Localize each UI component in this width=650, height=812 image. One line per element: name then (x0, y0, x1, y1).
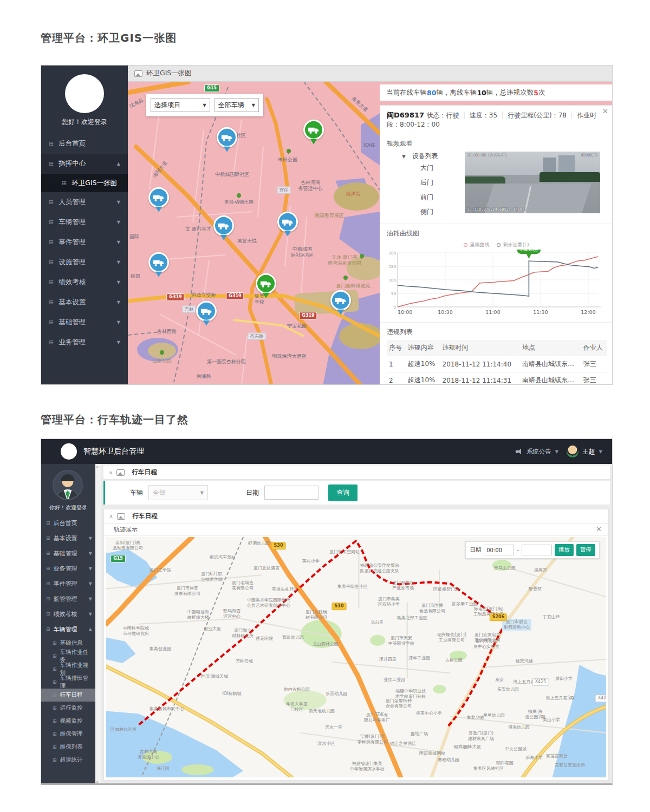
sidebar-item-后台首页[interactable]: ⊞后台首页 (41, 515, 95, 531)
sidebar-item-基本设置[interactable]: ⊞基本设置▼ (41, 292, 128, 312)
sidebar-item-绩效考核[interactable]: ⊞绩效考核▼ (41, 606, 95, 621)
map-label: 厦门北站酒店 (253, 566, 280, 571)
sidebar-item-行车日程[interactable]: ⊞行车日程 (41, 689, 95, 702)
search-button[interactable]: 查询 (328, 484, 358, 501)
vehicle-marker-green[interactable] (303, 120, 324, 146)
vehicle-select[interactable]: 全部 ▼ (148, 485, 208, 500)
vehicle-select[interactable]: 全部车辆 ▼ (214, 98, 259, 112)
sidebar-item-车辆管理[interactable]: ⊞车辆管理▼ (41, 212, 128, 232)
play-button[interactable]: 播放 (555, 544, 574, 556)
sidebar-item-label: 事件管理 (54, 580, 77, 588)
sidebar-item-后台首页[interactable]: ⊞后台首页 (41, 134, 128, 154)
vehicle-marker-blue[interactable] (213, 215, 234, 241)
vehicle-marker-green[interactable] (256, 273, 276, 299)
map-label: 国贸商城网校 (419, 751, 445, 756)
panel-title: 行车日程 (133, 512, 158, 520)
legend-item: 里程曲线 (464, 241, 489, 248)
device-list-header[interactable]: ▼ 设备列表 (387, 152, 463, 161)
sidebar-item-设施管理[interactable]: ⊞设施管理▼ (41, 252, 128, 272)
sidebar-item-基础管理[interactable]: ⊞基础管理▼ (41, 312, 128, 332)
trace-map[interactable]: 日期 - 播放 暂停 金阳(厦门)酱 品制造有限公司振远汽车驾校虾酒幼儿园厦门工… (106, 537, 606, 777)
close-icon[interactable]: ✕ (596, 525, 602, 533)
collapse-icon[interactable]: ∧ (109, 514, 113, 519)
svg-text:11:00: 11:00 (485, 309, 500, 315)
collapse-icon[interactable]: ∧ (109, 470, 113, 475)
sidebar-item-事件管理[interactable]: ⊞事件管理▼ (41, 232, 128, 252)
map-label: 集美创业园 (150, 646, 171, 652)
vehicle-marker-blue[interactable] (148, 187, 169, 213)
vehicle-marker-blue[interactable] (196, 301, 217, 327)
trip-panel: ∧ 行车日程 轨迹展示 ✕ (103, 509, 609, 781)
sidebar-item-运行监控[interactable]: ⊞运行监控 (41, 702, 95, 715)
vehicle-marker-blue[interactable] (148, 252, 169, 278)
start-time-input[interactable] (484, 545, 514, 555)
menu-icon: ⊞ (46, 551, 50, 556)
sidebar-item-超速统计[interactable]: ⊞超速统计 (41, 754, 95, 767)
sidebar-item-基础管理[interactable]: ⊞基础管理▼ (41, 546, 95, 561)
device-item-侧门[interactable]: 侧门 (387, 205, 463, 219)
vehicle-marker-blue[interactable] (277, 212, 298, 238)
device-item-后门[interactable]: 后门 (387, 175, 463, 190)
vehicle-plate: 闽D69817 (387, 111, 427, 119)
sidebar-item-车辆作业任务[interactable]: ⊞车辆作业任务 (41, 650, 95, 663)
video-osd-channel: B09008D (581, 153, 597, 158)
sidebar-item-基本设置[interactable]: ⊞基本设置▼ (41, 531, 95, 546)
sidebar-item-指挥中心[interactable]: ⊞指挥中心▲ (41, 154, 128, 174)
sidebar-item-事件管理[interactable]: ⊞事件管理▼ (41, 576, 95, 591)
user-name[interactable]: 王超 (582, 447, 595, 456)
svg-text:150: 150 (389, 265, 396, 269)
sidebar-item-绩效考核[interactable]: ⊞绩效考核▼ (41, 272, 128, 292)
sidebar-item-人员管理[interactable]: ⊞人员管理▼ (41, 192, 128, 212)
gis-menu: ⊞后台首页⊞指挥中心▲⊞环卫GIS一张图⊞人员管理▼⊞车辆管理▼⊞事件管理▼⊞设… (41, 134, 128, 352)
sidebar-item-监管管理[interactable]: ⊞监管管理▼ (41, 591, 95, 606)
sidebar-item-label: 基本设置 (54, 534, 77, 542)
announcement-link[interactable]: 系统公告 (526, 448, 551, 456)
sidebar-item-业务管理[interactable]: ⊞业务管理▼ (41, 332, 128, 352)
sidebar-item-环卫GIS一张图[interactable]: ⊞环卫GIS一张图 (41, 174, 128, 192)
date-input[interactable] (264, 486, 318, 500)
chevron-down-icon: ▼ (117, 260, 120, 265)
chevron-down-icon: ▼ (117, 300, 120, 305)
device-item-大门[interactable]: 大门 (387, 161, 463, 175)
sidebar-item-维保管理[interactable]: ⊞维保管理 (41, 728, 95, 741)
map-label: 招商·海 德公园2期 (525, 709, 545, 720)
device-item-前门[interactable]: 前门 (387, 190, 463, 205)
sidebar-item-车辆作业规划[interactable]: ⊞车辆作业规划 (41, 663, 95, 676)
summary-text: 辆，离线车辆 (436, 88, 477, 97)
map-label: 区板桥智门院 (433, 587, 459, 592)
trace-window: 智慧环卫后台管理 系统公告 ▼ 王超 ▼ 你好！欢迎登录 ⊞后台首页⊞基本设置▼… (41, 438, 613, 785)
menu-icon: ⊞ (46, 611, 50, 617)
map-label: 海洋岛 (346, 191, 361, 197)
menu-icon: ⊞ (53, 692, 57, 698)
device-list-label: 设备列表 (412, 152, 438, 160)
range-dash: - (517, 547, 519, 553)
end-time-input[interactable] (522, 545, 552, 555)
separator: │ (570, 112, 574, 119)
video-player[interactable]: 18-03-20 12:29:38 B09008D 1 (118.070,24.… (465, 152, 600, 213)
scroll-up-icon[interactable]: ∧ (96, 465, 99, 469)
map-label: 杏林湾商 务营运中心 (298, 180, 323, 192)
user-avatar[interactable] (567, 446, 578, 457)
content-scrollbar[interactable]: ∧ ∨ (95, 464, 101, 785)
trace-sidebar: 你好！欢迎登录 ⊞后台首页⊞基本设置▼⊞基础管理▼⊞业务管理▼⊞事件管理▼⊞监管… (41, 464, 95, 785)
sidebar-item-视频监控[interactable]: ⊞视频监控 (41, 715, 95, 728)
scroll-down-icon[interactable]: ∨ (96, 780, 99, 784)
map-label: 中央公园城 (505, 746, 526, 752)
panel-title: 行车日程 (132, 468, 157, 476)
vehicle-marker-blue[interactable] (217, 127, 237, 153)
sidebar-item-维保列表[interactable]: ⊞维保列表 (41, 741, 95, 754)
sidebar-item-基础信息[interactable]: ⊞基础信息 (41, 637, 95, 650)
map-label: 兑山森林公园 (313, 641, 339, 647)
pause-button[interactable]: 暂停 (576, 544, 595, 556)
sidebar-item-车辆排班管理[interactable]: ⊞车辆排班管理 (41, 676, 95, 689)
menu-icon: ⊞ (53, 640, 57, 646)
map-label: 厦门671职 业技术学院 (201, 572, 223, 582)
sidebar-item-业务管理[interactable]: ⊞业务管理▼ (41, 561, 95, 576)
vehicle-marker-blue[interactable] (330, 290, 351, 316)
road-badge: S30 (332, 603, 347, 610)
map-label: 日东公园 (152, 358, 172, 364)
map-label: 保寿宫 (534, 568, 547, 573)
close-icon[interactable]: ✕ (602, 107, 608, 115)
project-select[interactable]: 选择项目 ▼ (151, 98, 210, 112)
sidebar-item-车辆管理[interactable]: ⊞车辆管理▲ (41, 621, 95, 637)
